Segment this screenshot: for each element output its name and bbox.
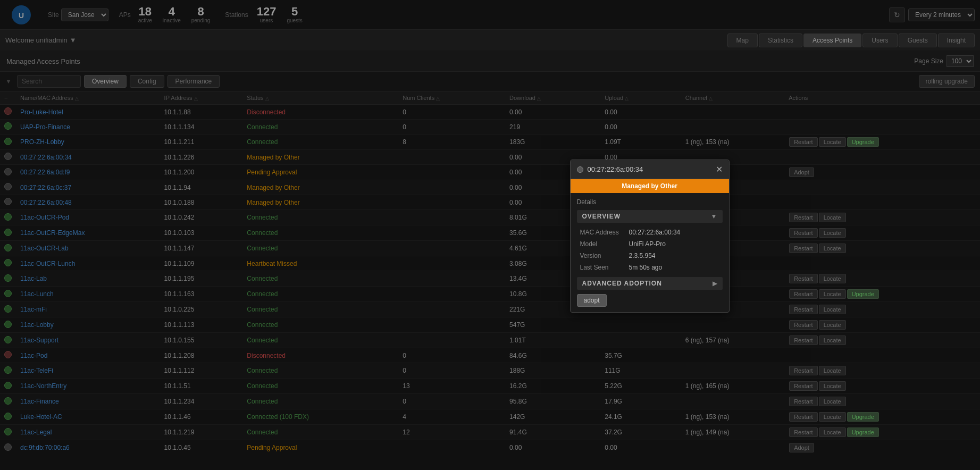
modal-device-id: 00:27:22:6a:00:34 xyxy=(588,165,643,173)
modal-version-row: Version 2.3.5.954 xyxy=(578,250,722,261)
modal-lastseen-value: 5m 50s ago xyxy=(627,262,722,273)
modal-header: 00:27:22:6a:00:34 ✕ xyxy=(571,160,729,179)
modal-lastseen-row: Last Seen 5m 50s ago xyxy=(578,262,722,273)
modal-lastseen-label: Last Seen xyxy=(578,262,626,273)
modal-close-button[interactable]: ✕ xyxy=(716,164,723,174)
modal-mac-label: MAC Address xyxy=(578,227,626,238)
modal-details-title: Details xyxy=(577,198,723,206)
modal-mac-value: 00:27:22:6a:00:34 xyxy=(627,227,722,238)
adopt-button[interactable]: adopt xyxy=(577,294,607,307)
modal-advanced-toggle[interactable]: ADVANCED ADOPTION ▶ xyxy=(577,277,723,290)
modal-overlay: 00:27:22:6a:00:34 ✕ Managed by Other Det… xyxy=(0,0,980,455)
device-detail-modal: 00:27:22:6a:00:34 ✕ Managed by Other Det… xyxy=(570,160,730,313)
modal-body: Details OVERVIEW ▼ MAC Address 00:27:22:… xyxy=(571,193,729,312)
modal-overview-table: MAC Address 00:27:22:6a:00:34 Model UniF… xyxy=(577,226,723,274)
modal-model-label: Model xyxy=(578,239,626,249)
modal-version-value: 2.3.5.954 xyxy=(627,250,722,261)
modal-model-value: UniFi AP-Pro xyxy=(627,239,722,249)
modal-advanced-arrow: ▶ xyxy=(713,280,717,287)
modal-status-bar: Managed by Other xyxy=(571,179,729,193)
modal-advanced-label: ADVANCED ADOPTION xyxy=(582,280,662,287)
modal-model-row: Model UniFi AP-Pro xyxy=(578,239,722,249)
modal-header-title: 00:27:22:6a:00:34 xyxy=(577,165,643,173)
modal-overview-toggle[interactable]: OVERVIEW ▼ xyxy=(577,210,723,223)
modal-overview-arrow: ▼ xyxy=(711,213,717,220)
modal-version-label: Version xyxy=(578,250,626,261)
modal-mac-row: MAC Address 00:27:22:6a:00:34 xyxy=(578,227,722,238)
modal-overview-label: OVERVIEW xyxy=(582,213,621,220)
modal-device-icon xyxy=(577,166,583,173)
